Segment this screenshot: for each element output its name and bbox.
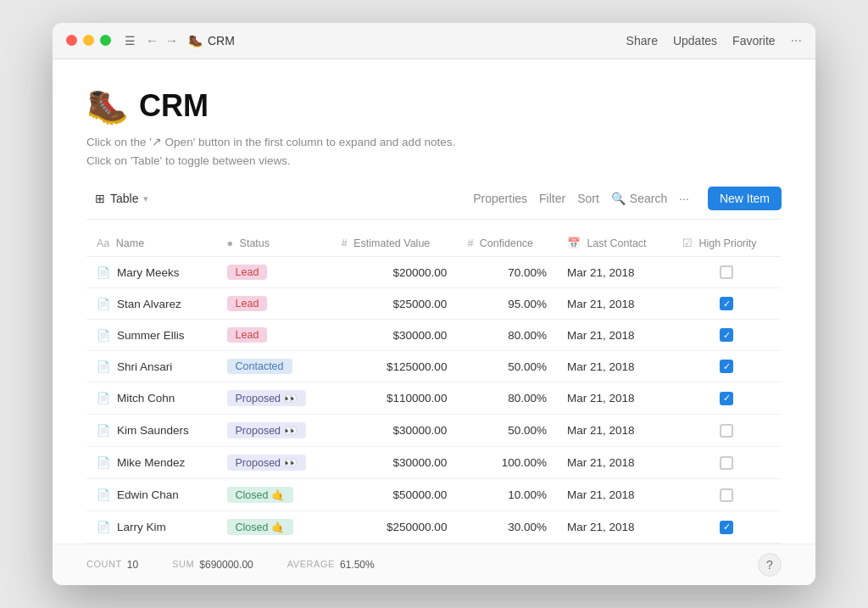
cell-status: Closed 🤙 — [217, 511, 331, 544]
number-icon: # — [342, 237, 348, 249]
priority-checkbox[interactable]: ✓ — [720, 328, 733, 342]
cell-last-contact: Mar 21, 2018 — [557, 257, 672, 288]
cell-last-contact: Mar 21, 2018 — [557, 320, 672, 351]
search-button[interactable]: 🔍 Search — [611, 192, 667, 205]
cell-status: Lead — [217, 257, 331, 288]
nav-arrows: ← → — [146, 33, 178, 47]
cell-last-contact: Mar 21, 2018 — [557, 382, 672, 415]
col-header-confidence: # Confidence — [457, 230, 557, 257]
priority-checkbox[interactable] — [720, 424, 733, 438]
updates-button[interactable]: Updates — [673, 34, 717, 47]
priority-checkbox[interactable]: ✓ — [720, 297, 733, 310]
cell-status: Proposed 👀 — [217, 447, 331, 479]
help-button[interactable]: ? — [758, 553, 782, 577]
cell-last-contact: Mar 21, 2018 — [557, 511, 672, 544]
maximize-button[interactable] — [100, 35, 111, 46]
priority-checkbox[interactable]: ✓ — [720, 392, 733, 405]
calendar-icon: 📅 — [567, 237, 581, 249]
cell-estimated-value: $125000.00 — [331, 351, 458, 382]
footer-sum: SUM $690000.00 — [172, 559, 253, 571]
table-row[interactable]: 📄 Kim Saunders Proposed 👀 $30000.00 50.0… — [86, 415, 782, 447]
cell-high-priority: ✓ — [672, 511, 782, 544]
cell-confidence: 80.00% — [457, 382, 557, 415]
number-icon-2: # — [467, 237, 473, 249]
table-row[interactable]: 📄 Larry Kim Closed 🤙 $250000.00 30.00% M… — [86, 511, 782, 544]
app-window: ☰ ← → 🥾 CRM Share Updates Favorite ··· 🥾… — [53, 23, 815, 585]
close-button[interactable] — [66, 35, 77, 46]
table-row[interactable]: 📄 Stan Alvarez Lead $25000.00 95.00% Mar… — [86, 288, 782, 320]
cell-estimated-value: $25000.00 — [331, 288, 458, 320]
search-icon: 🔍 — [611, 192, 626, 205]
cell-name: 📄 Summer Ellis — [86, 320, 217, 351]
cell-estimated-value: $30000.00 — [331, 320, 458, 351]
chevron-down-icon: ▾ — [143, 193, 148, 204]
table-row[interactable]: 📄 Summer Ellis Lead $30000.00 80.00% Mar… — [86, 320, 782, 351]
cell-estimated-value: $110000.00 — [331, 382, 458, 415]
minimize-button[interactable] — [83, 35, 94, 46]
more-options-icon[interactable]: ··· — [679, 192, 689, 205]
cell-high-priority: ✓ — [672, 382, 782, 415]
status-badge: Lead — [227, 327, 268, 343]
cell-confidence: 50.00% — [457, 351, 557, 382]
table-view-button[interactable]: ⊞ Table ▾ — [86, 187, 157, 209]
row-document-icon: 📄 — [97, 360, 110, 373]
cell-status: Proposed 👀 — [217, 382, 331, 415]
cell-last-contact: Mar 21, 2018 — [557, 447, 672, 479]
titlebar-actions: Share Updates Favorite ··· — [626, 33, 802, 48]
new-item-button[interactable]: New Item — [708, 187, 782, 210]
priority-checkbox[interactable]: ✓ — [720, 521, 733, 534]
priority-checkbox[interactable] — [720, 265, 733, 279]
priority-checkbox[interactable] — [720, 488, 733, 502]
back-button[interactable]: ← — [146, 33, 159, 47]
cell-name: 📄 Mike Mendez — [86, 447, 217, 479]
row-document-icon: 📄 — [97, 488, 110, 501]
cell-name: 📄 Shri Ansari — [86, 351, 217, 382]
favorite-button[interactable]: Favorite — [732, 34, 776, 47]
page-description: Click on the '↗ Open' button in the firs… — [86, 133, 782, 170]
table-row[interactable]: 📄 Shri Ansari Contacted $125000.00 50.00… — [86, 351, 782, 382]
table-row[interactable]: 📄 Mike Mendez Proposed 👀 $30000.00 100.0… — [86, 447, 782, 479]
col-header-high-priority: ☑ High Priority — [672, 230, 782, 257]
status-badge: Closed 🤙 — [227, 519, 293, 535]
cell-status: Proposed 👀 — [217, 415, 331, 447]
cell-estimated-value: $30000.00 — [331, 415, 458, 447]
row-document-icon: 📄 — [97, 521, 110, 533]
cell-name: 📄 Mitch Cohn — [86, 382, 217, 415]
cell-last-contact: Mar 21, 2018 — [557, 479, 672, 511]
filter-button[interactable]: Filter — [539, 192, 565, 205]
cell-confidence: 95.00% — [457, 288, 557, 320]
page-emoji-icon: 🥾 — [86, 86, 129, 126]
cell-name: 📄 Edwin Chan — [86, 479, 217, 511]
more-options-button[interactable]: ··· — [791, 33, 802, 48]
cell-name: 📄 Stan Alvarez — [86, 288, 217, 320]
footer-bar: COUNT 10 SUM $690000.00 AVERAGE 61.50% ? — [53, 544, 815, 585]
priority-checkbox[interactable]: ✓ — [720, 360, 733, 373]
cell-confidence: 100.00% — [457, 447, 557, 479]
status-badge: Lead — [227, 265, 268, 280]
cell-estimated-value: $30000.00 — [331, 447, 458, 479]
text-icon: Aa — [97, 237, 109, 249]
cell-confidence: 70.00% — [457, 257, 557, 288]
row-document-icon: 📄 — [97, 392, 110, 404]
cell-status: Contacted — [217, 351, 331, 382]
cell-last-contact: Mar 21, 2018 — [557, 415, 672, 447]
cell-status: Lead — [217, 288, 331, 320]
properties-button[interactable]: Properties — [473, 192, 527, 205]
cell-name: 📄 Mary Meeks — [86, 257, 217, 288]
share-button[interactable]: Share — [626, 34, 658, 47]
col-header-last-contact: 📅 Last Contact — [557, 230, 672, 257]
row-document-icon: 📄 — [97, 298, 110, 310]
cell-high-priority — [672, 447, 782, 479]
row-document-icon: 📄 — [97, 266, 110, 279]
status-badge: Closed 🤙 — [227, 487, 293, 503]
page-title: CRM — [139, 88, 209, 124]
forward-button[interactable]: → — [165, 33, 178, 47]
data-table: Aa Name ● Status # Estimated Value # — [86, 230, 782, 544]
menu-icon[interactable]: ☰ — [125, 34, 136, 47]
table-row[interactable]: 📄 Edwin Chan Closed 🤙 $50000.00 10.00% M… — [86, 479, 782, 511]
sort-button[interactable]: Sort — [577, 192, 599, 205]
table-row[interactable]: 📄 Mary Meeks Lead $20000.00 70.00% Mar 2… — [86, 257, 782, 288]
toolbar-actions: Properties Filter Sort 🔍 Search ··· New … — [473, 187, 782, 210]
priority-checkbox[interactable] — [720, 456, 733, 470]
table-row[interactable]: 📄 Mitch Cohn Proposed 👀 $110000.00 80.00… — [86, 382, 782, 415]
